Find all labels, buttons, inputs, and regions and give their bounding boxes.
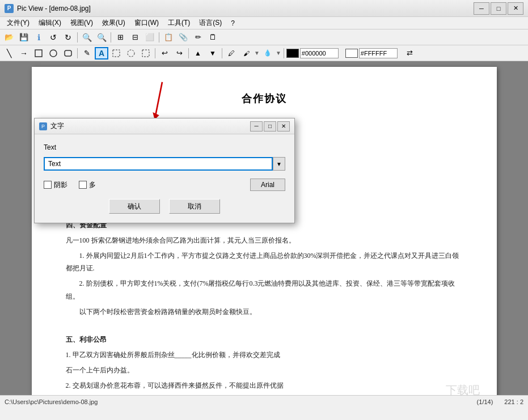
dialog-close-button[interactable]: ✕: [277, 121, 290, 131]
poly-select-tool[interactable]: [139, 47, 153, 60]
app-icon: P: [5, 4, 14, 13]
brush-tool[interactable]: 🖌: [239, 47, 253, 60]
flip-v-tool[interactable]: ▼: [206, 47, 219, 60]
multi-label: 多: [89, 180, 96, 190]
dialog-input-row: ▼: [44, 157, 285, 171]
title-bar: P Pic View - [demo-08.jpg] ─ □ ✕: [0, 0, 528, 17]
dialog-title: 文字: [50, 121, 64, 131]
dialog-titlebar: P 文字 ─ □ ✕: [35, 118, 294, 134]
background-color[interactable]: [345, 49, 358, 58]
text-dialog: P 文字 ─ □ ✕ Text ▼: [34, 118, 295, 223]
dialog-maximize-button[interactable]: □: [264, 121, 276, 131]
edit-button[interactable]: ✏: [191, 31, 205, 44]
open-button[interactable]: 📂: [2, 31, 16, 44]
foreground-color-input[interactable]: #000000: [300, 48, 339, 58]
ok-button[interactable]: 确认: [109, 199, 160, 214]
menu-edit[interactable]: 编辑(X): [34, 17, 66, 29]
line-tool[interactable]: ╲: [2, 47, 16, 60]
svg-rect-3: [113, 50, 120, 57]
menu-tools[interactable]: 工具(T): [163, 17, 195, 29]
separator-draw-4: [222, 48, 222, 58]
dialog-minimize-button[interactable]: ─: [250, 121, 263, 131]
actual-size-button[interactable]: ⊟: [128, 31, 142, 44]
select-tool[interactable]: [109, 47, 123, 60]
another-button[interactable]: 🗒: [206, 31, 219, 44]
svg-point-1: [50, 50, 57, 57]
rotate-left-button[interactable]: ↺: [47, 31, 60, 44]
svg-rect-2: [65, 50, 71, 56]
menu-bar: 文件(Y) 编辑(X) 视图(V) 效果(U) 窗口(W) 工具(T) 语言(S…: [0, 17, 528, 29]
zoom-in-button[interactable]: 🔍: [80, 31, 94, 44]
dialog-text-label: Text: [44, 143, 285, 151]
shadow-checkbox-label[interactable]: 阴影: [44, 180, 67, 190]
svg-rect-5: [142, 50, 149, 57]
menu-window[interactable]: 窗口(W): [130, 17, 163, 29]
arrow-tool[interactable]: →: [17, 47, 31, 60]
window-title: Pic View - [demo-08.jpg]: [17, 5, 91, 12]
dialog-options-row: 阴影 多 Arial: [44, 179, 285, 191]
svg-point-4: [128, 50, 134, 57]
cancel-button[interactable]: 取消: [169, 199, 220, 214]
shadow-label: 阴影: [54, 180, 67, 190]
undo-tool[interactable]: ↩: [158, 47, 171, 60]
eyedropper-tool[interactable]: 💧: [261, 47, 274, 60]
draw-toolbar: ╲ → ✎ A ↩ ↪ ▲ ▼ 🖊 🖌 ▼: [0, 45, 528, 61]
separator-1: [77, 32, 78, 43]
separator-2: [111, 32, 111, 43]
ellipse-tool[interactable]: [47, 47, 60, 60]
swap-colors-button[interactable]: ⇄: [403, 47, 417, 60]
dialog-overlay: P 文字 ─ □ ✕ Text ▼: [0, 61, 528, 408]
svg-rect-0: [35, 50, 42, 57]
rotate-right-button[interactable]: ↻: [61, 31, 75, 44]
menu-help[interactable]: ?: [226, 18, 239, 28]
menu-lang[interactable]: 语言(S): [195, 17, 226, 29]
paint-tool[interactable]: 🖊: [225, 47, 238, 60]
dialog-icon: P: [39, 122, 47, 130]
main-toolbar: 📂 💾 ℹ ↺ ↻ 🔍 🔍 ⊞ ⊟ ⬜ 📋 📎 ✏ 🗒: [0, 29, 528, 45]
maximize-button[interactable]: □: [491, 2, 506, 15]
rect-tool[interactable]: [32, 47, 45, 60]
main-area: 合作协议 甲方: 张珊珊市华钟税务管理公司 乙 三、合同期限 至2009年3月份…: [0, 61, 528, 408]
menu-effect[interactable]: 效果(U): [98, 17, 130, 29]
multi-checkbox-label[interactable]: 多: [79, 180, 96, 190]
dialog-buttons: 确认 取消: [44, 199, 285, 214]
rounded-rect-tool[interactable]: [61, 47, 75, 60]
fullscreen-button[interactable]: ⬜: [143, 31, 157, 44]
close-button[interactable]: ✕: [508, 2, 523, 15]
separator-draw-3: [188, 48, 189, 58]
background-color-input[interactable]: #FFFFFF: [359, 48, 398, 58]
zoom-out-button[interactable]: 🔍: [95, 31, 108, 44]
separator-draw-2: [155, 48, 155, 58]
font-button[interactable]: Arial: [250, 179, 285, 191]
multi-checkbox[interactable]: [79, 181, 87, 189]
save-button[interactable]: 💾: [17, 31, 31, 44]
shadow-checkbox[interactable]: [44, 181, 52, 189]
dialog-body: Text ▼ 阴影 多: [35, 134, 294, 223]
paste-button[interactable]: 📎: [176, 31, 190, 44]
separator-3: [159, 32, 159, 43]
pencil-tool[interactable]: ✎: [80, 47, 94, 60]
menu-file[interactable]: 文件(Y): [2, 17, 34, 29]
minimize-button[interactable]: ─: [474, 2, 489, 15]
copy-button[interactable]: 📋: [162, 31, 175, 44]
foreground-color[interactable]: [286, 49, 299, 58]
redo-tool[interactable]: ↪: [172, 47, 186, 60]
separator-draw-1: [77, 48, 78, 58]
info-button[interactable]: ℹ: [32, 31, 45, 44]
dropdown-arrow[interactable]: ▼: [273, 157, 285, 171]
menu-view[interactable]: 视图(V): [66, 17, 98, 29]
oval-select-tool[interactable]: [124, 47, 138, 60]
flip-h-tool[interactable]: ▲: [191, 47, 205, 60]
text-input[interactable]: [44, 157, 273, 171]
separator-draw-5: [284, 48, 284, 58]
fit-button[interactable]: ⊞: [113, 31, 127, 44]
text-tool[interactable]: A: [95, 47, 108, 60]
